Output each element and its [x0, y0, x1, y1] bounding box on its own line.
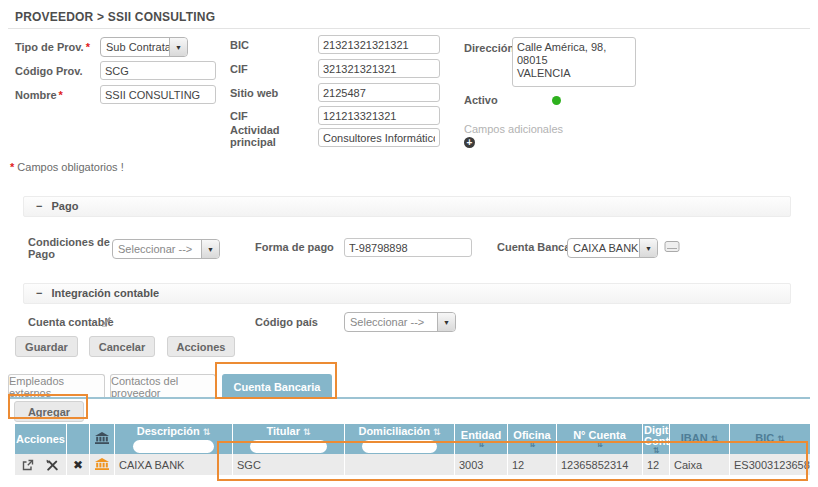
col-header-bank [90, 424, 115, 454]
required-asterisk: * [86, 41, 90, 53]
actividad-input[interactable] [318, 128, 440, 147]
bank-accounts-table: Acciones Descripción⇅ Titular⇅ Domicilia… [15, 424, 810, 475]
codigo-prov-input[interactable] [100, 61, 216, 80]
chevron-down-icon: ▼ [437, 313, 455, 331]
add-field-plus-icon[interactable]: + [464, 137, 475, 148]
cell-digito-control: 12 [643, 454, 670, 475]
row-actions-cell [15, 454, 67, 475]
descripcion-filter-input[interactable] [133, 440, 214, 453]
tools-wrench-icon[interactable] [46, 459, 59, 471]
col-header-entidad[interactable]: Entidad ⇅ [455, 424, 508, 454]
sort-icon: ⇅ [777, 434, 785, 444]
col-header-acciones: Acciones [15, 424, 67, 454]
sort-icon: ⇅ [303, 427, 311, 437]
condiciones-pago-label: Condiciones de Pago [28, 236, 118, 260]
title-divider [8, 28, 810, 29]
sort-icon: ⇅ [529, 441, 536, 448]
table-row: ✖ CAIXA BANK SGC 3003 12 12365852314 12 … [15, 454, 810, 475]
sort-icon: ⇅ [478, 441, 485, 448]
col-header-descripcion[interactable]: Descripción⇅ [115, 424, 233, 454]
domiciliacion-filter-input[interactable] [362, 440, 438, 453]
required-asterisk: * [10, 161, 14, 173]
activo-label: Activo [464, 94, 498, 106]
campos-adicionales-label: Campos adicionales [464, 123, 563, 135]
cell-entidad: 3003 [455, 454, 508, 475]
page-title: PROVEEDOR > SSII CONSULTING [15, 10, 215, 24]
codigo-prov-label: Código Prov. [15, 65, 83, 77]
agregar-button[interactable]: Agregar [14, 401, 84, 422]
col-header-empty [67, 424, 90, 454]
table-header-row: Acciones Descripción⇅ Titular⇅ Domicilia… [15, 424, 810, 454]
pago-section-title: Pago [52, 200, 79, 212]
cell-iban: Caixa [670, 454, 730, 475]
condiciones-pago-select[interactable]: Seleccionar --> ▼ [112, 239, 220, 259]
cell-domiciliacion [345, 454, 455, 475]
codigo-pais-value: Seleccionar --> [345, 313, 437, 331]
cell-descripcion: CAIXA BANK [115, 454, 233, 475]
contable-section-title: Integración contable [52, 287, 160, 299]
bic-input[interactable] [318, 35, 440, 54]
sort-icon: ⇅ [596, 441, 603, 448]
pago-section-header[interactable]: − Pago [23, 196, 791, 217]
codigo-pais-select[interactable]: Seleccionar --> ▼ [344, 312, 456, 332]
tab-empleados-externos[interactable]: Empleados externos [8, 374, 105, 398]
col-header-digito-control[interactable]: Digito Control ⇅ [643, 424, 670, 454]
forma-pago-input[interactable] [344, 238, 472, 257]
chevron-down-icon: ▼ [201, 240, 219, 258]
provider-page: PROVEEDOR > SSII CONSULTING Tipo de Prov… [0, 0, 818, 487]
required-asterisk: * [59, 89, 63, 101]
col-header-titular[interactable]: Titular⇅ [233, 424, 345, 454]
sort-icon: ⇅ [433, 427, 441, 437]
cancelar-button[interactable]: Cancelar [89, 336, 155, 357]
cif-label: CIF [230, 63, 248, 75]
tab-underline [8, 397, 810, 399]
cell-ncuenta: 12365852314 [557, 454, 643, 475]
actividad-label: Actividad principal [230, 124, 292, 148]
cuenta-bancaria-select[interactable]: CAIXA BANK ▼ [567, 238, 658, 258]
cif-input[interactable] [318, 59, 440, 78]
delete-x-icon[interactable]: ✖ [73, 458, 83, 472]
col-header-bic[interactable]: BIC⇅ [730, 424, 810, 454]
chevron-down-icon: ▼ [169, 38, 187, 56]
col-header-domiciliacion[interactable]: Domiciliación⇅ [345, 424, 455, 454]
row-delete-cell: ✖ [67, 454, 90, 475]
tipo-prov-label: Tipo de Prov.* [15, 41, 90, 53]
cell-titular: SGC [233, 454, 345, 475]
cell-bic: ES300312365852 [730, 454, 810, 475]
forma-pago-label: Forma de pago [255, 241, 334, 253]
chevron-down-icon: ▼ [639, 239, 657, 257]
direccion-textarea[interactable]: Calle América, 98, 08015 VALENCIA [512, 37, 636, 87]
col-header-iban[interactable]: IBAN⇅ [670, 424, 730, 454]
contable-section-header[interactable]: − Integración contable [23, 283, 791, 304]
bic-label: BIC [230, 39, 249, 51]
row-bank-cell [90, 454, 115, 475]
condiciones-pago-value: Seleccionar --> [113, 240, 201, 258]
titular-filter-input[interactable] [250, 440, 327, 453]
nombre-input[interactable] [100, 85, 216, 104]
sort-icon: ⇅ [653, 447, 660, 454]
required-fields-note: * Campos obligatorios ! [8, 161, 124, 173]
sort-icon: ⇅ [711, 434, 719, 444]
tab-cuenta-bancaria[interactable]: Cuenta Bancaria [222, 374, 332, 398]
edit-pencil-icon[interactable] [101, 315, 113, 327]
direccion-label: Dirección [464, 42, 514, 54]
tab-contactos-proveedor[interactable]: Contactos del proveedor [110, 374, 216, 398]
cif2-input[interactable] [318, 106, 440, 125]
active-status-indicator [552, 96, 561, 105]
sitio-web-label: Sitio web [230, 87, 278, 99]
sitio-web-input[interactable] [318, 83, 440, 102]
collapse-icon: − [36, 287, 42, 299]
collapse-icon: − [36, 200, 42, 212]
sort-icon: ⇅ [203, 427, 211, 437]
col-header-oficina[interactable]: Oficina ⇅ [508, 424, 557, 454]
acciones-button[interactable]: Acciones [167, 336, 235, 357]
external-link-icon[interactable] [22, 459, 34, 471]
codigo-pais-label: Código país [255, 316, 318, 328]
col-header-ncuenta[interactable]: N° Cuenta ⇅ [557, 424, 643, 454]
bank-icon-orange[interactable] [95, 458, 109, 472]
tipo-prov-select[interactable]: Sub Contratación ▼ [100, 37, 188, 57]
cif2-label: CIF [230, 110, 248, 122]
cuenta-bancaria-value: CAIXA BANK [568, 239, 639, 257]
bank-account-card-icon[interactable] [664, 240, 680, 253]
guardar-button[interactable]: Guardar [15, 336, 78, 357]
